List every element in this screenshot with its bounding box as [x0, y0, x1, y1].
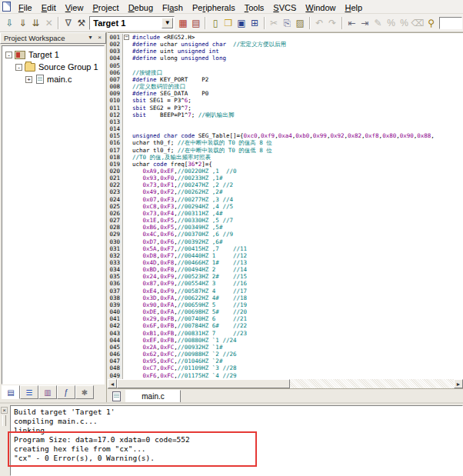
code-line[interactable]: 015unsigned char code SEG_Table[]={0xc0,… [108, 132, 463, 139]
options-for-target-icon[interactable]: ⚒ [75, 16, 88, 30]
code-line[interactable]: 010sbit SEG1 = P3^6; [108, 97, 463, 104]
code-line[interactable]: 038 0x3D,0xFA,//00622HZ 4# //18 [108, 295, 463, 301]
code-line[interactable]: 030 0xD7,0xF6,//00392HZ ,6# [108, 238, 463, 245]
target-select[interactable]: Target 1▼ [89, 16, 175, 30]
registers-tab[interactable]: ☰ [20, 385, 38, 399]
menu-file[interactable]: File [14, 2, 37, 14]
outdent-icon[interactable]: ⇤ [345, 16, 358, 30]
menu-project[interactable]: Project [88, 2, 123, 14]
indent-icon[interactable]: ⇥ [358, 16, 371, 30]
code-line[interactable]: 032 0xD8,0xF7,//00440HZ 1 //12 [108, 252, 463, 259]
menu-tools[interactable]: Tools [240, 2, 269, 14]
scrollbar-thumb[interactable] [117, 379, 290, 388]
expander-box[interactable]: - [5, 52, 12, 58]
tree-item-target-1[interactable]: -Target 1 [2, 48, 104, 61]
code-line[interactable]: 005 [108, 62, 463, 69]
code-line[interactable]: 001−#include <REG52.H> [108, 34, 463, 41]
menu-peripherals[interactable]: Peripherals [188, 2, 240, 14]
code-line[interactable]: 047 0x95,0xFC,//01046HZ `2# [108, 358, 463, 364]
components-icon[interactable]: ▦ [176, 16, 189, 30]
code-line[interactable]: 026 0x73,0xF4,//00311HZ ,4# [108, 210, 463, 217]
code-line[interactable]: 024 0x07,0xF3,//00277HZ ,3 //4 [108, 196, 463, 203]
code-line[interactable]: 028 0xB6,0xF5,//00349HZ ,5# [108, 224, 463, 231]
tree-item-source-group-1[interactable]: -Source Group 1 [2, 61, 104, 73]
code-line[interactable]: 014 [108, 125, 463, 132]
code-line[interactable]: 036 0x87,0xF9,//00554HZ 3 //16 [108, 280, 463, 287]
code-line[interactable]: 034 0xBD,0xF8,//00494HZ 2 //14 [108, 266, 463, 273]
horizontal-scrollbar[interactable]: ◄ ► [108, 379, 463, 388]
menu-edit[interactable]: Edit [37, 2, 61, 14]
code-line[interactable]: 025 0xC8,0xF3,//00294HZ ,4 //5 [108, 203, 463, 210]
code-area[interactable]: 001−#include <REG52.H>002#define uchar u… [108, 34, 463, 379]
fold-minus-icon[interactable]: − [124, 35, 129, 40]
flash-tools-icon[interactable]: ▤ [189, 16, 202, 30]
code-line[interactable]: 039 0x90,0xFA,//00659HZ 5 //19 [108, 301, 463, 308]
menu-debug[interactable]: Debug [124, 2, 158, 14]
code-line[interactable]: 044 0xEF,0xFB,//00880HZ `1 //24 [108, 337, 463, 344]
chevron-down-icon[interactable]: ▼ [162, 18, 173, 28]
workspace-close-button[interactable]: × [95, 34, 104, 42]
code-line[interactable]: 013 [108, 118, 463, 125]
open-file-icon[interactable]: ❒ [222, 16, 235, 30]
code-line[interactable]: 007#define KEY_PORT P2 [108, 76, 463, 83]
menu-view[interactable]: View [61, 2, 88, 14]
code-line[interactable]: 035 0x24,0xF9,//00523HZ 2# //15 [108, 273, 463, 280]
code-line[interactable]: 046 0x62,0xFC,//00988HZ `2 //26 [108, 351, 463, 358]
paste-icon[interactable]: ▨ [294, 16, 307, 30]
code-line[interactable]: 002#define uchar unsigned char //宏定义方便以后… [108, 41, 463, 48]
expander-box[interactable]: - [15, 64, 22, 71]
save-file-icon[interactable]: ▣ [235, 16, 248, 30]
code-line[interactable]: 029 0x4C,0xF6,//00370HZ ,6 //9 [108, 231, 463, 238]
menu-help[interactable]: Help [340, 2, 367, 14]
output-drag-grip[interactable] [2, 415, 6, 426]
rebuild-all-icon[interactable]: ⇊ [29, 16, 42, 30]
tab-main-c[interactable]: main.c [125, 390, 181, 403]
code-line[interactable]: 041 0x29,0xFB,//00740HZ 6 //21 [108, 315, 463, 322]
code-line[interactable]: 009#define SEG_DATA P0 [108, 90, 463, 97]
code-line[interactable]: 017uchar tl0_f; //在中断中装载的 T0 的值低 8 位 [108, 147, 463, 154]
workspace-menu-button[interactable]: ▾ [86, 34, 95, 42]
code-line[interactable]: 031 0x5A,0xF7,//00415HZ ,7 //11 [108, 245, 463, 252]
code-line[interactable]: 049 0xF6,0xFC,//01175HZ `4 //29 [108, 372, 463, 379]
code-line[interactable]: 019uchar code freq[36*2]={ [108, 161, 463, 168]
code-line[interactable]: 021 0x93,0xF0,//00233HZ ,1# [108, 175, 463, 181]
code-line[interactable]: 023 0x49,0xF2,//00262HZ ,2# [108, 188, 463, 195]
code-line[interactable]: 012sbit BEEP=P1^7; //喇叭输出脚 [108, 112, 463, 118]
translate-file-icon[interactable]: ⇩ [3, 16, 16, 30]
download-flash-icon[interactable]: ∇ [62, 16, 75, 30]
books-tab[interactable]: ▥ [38, 385, 57, 399]
code-line[interactable]: 006//按键接口 [108, 69, 463, 76]
code-line[interactable]: 011sbit SEG2 = P3^7; [108, 105, 463, 112]
code-line[interactable]: 018//T0 的值,及输出频率对照表 [108, 154, 463, 161]
code-line[interactable]: 033 0x4D,0xF8,//00466HZ 1# //13 [108, 259, 463, 266]
code-line[interactable]: 037 0xE4,0xF9,//00587HZ 4 //17 [108, 288, 463, 295]
code-line[interactable]: 042 0x6F,0xFB,//00784HZ 6# //22 [108, 322, 463, 329]
templates-tab[interactable]: ✱ [75, 385, 94, 399]
find-in-files-icon[interactable]: ⚲ [425, 16, 438, 30]
code-line[interactable]: 016uchar th0_f; //在中断中装载的 T0 的值高 8 位 [108, 139, 463, 146]
code-line[interactable]: 020 0xA9,0xEF,//00220HZ ,1 //0 [108, 168, 463, 175]
output-close-button[interactable]: × [1, 407, 8, 414]
code-line[interactable]: 043 0xB1,0xFB,//00831HZ 7 //23 [108, 330, 463, 337]
code-line[interactable]: 040 0xDE,0xFA,//00698HZ 5# //20 [108, 308, 463, 315]
menu-window[interactable]: Window [301, 2, 340, 14]
files-tab[interactable]: ▤ [2, 385, 20, 399]
code-line[interactable]: 004#define ulong unsigned long [108, 55, 463, 62]
expander-box[interactable]: + [25, 76, 32, 83]
code-line[interactable]: 045 0x2A,0xFC,//00932HZ `1# [108, 344, 463, 351]
tree-item-main-c[interactable]: +main.c [2, 73, 104, 85]
code-line[interactable]: 008//定义数码管的接口 [108, 83, 463, 90]
code-line[interactable]: 022 0x73,0xF1,//00247HZ ,2 //2 [108, 181, 463, 188]
scroll-left-button[interactable]: ◄ [108, 379, 117, 388]
new-file-icon[interactable]: ▯ [208, 16, 222, 30]
code-line[interactable]: 048 0xC7,0xFC,//01109HZ `3 //28 [108, 364, 463, 371]
functions-tab[interactable]: ƒ [57, 385, 75, 399]
find-input[interactable] [439, 17, 462, 29]
menu-flash[interactable]: Flash [158, 2, 188, 14]
save-all-icon[interactable]: ⊞ [248, 16, 261, 30]
code-line[interactable]: 027 0x1E,0xF5,//00330HZ ,5 //7 [108, 217, 463, 224]
scroll-right-button[interactable]: ► [454, 379, 463, 388]
code-line[interactable]: 003#define uint unsigned int [108, 48, 463, 55]
copy-icon[interactable]: ⎘ [281, 16, 294, 30]
build-target-icon[interactable]: ⇓ [16, 16, 29, 30]
